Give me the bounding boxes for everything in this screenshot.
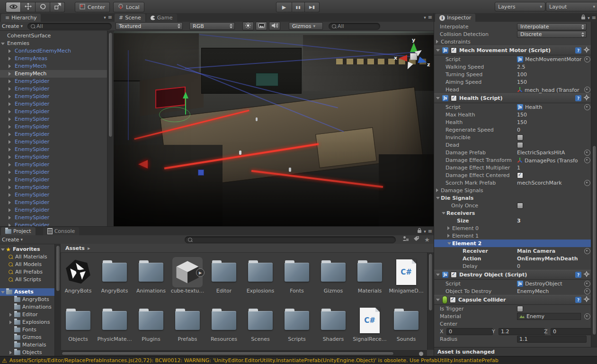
move-tool-button[interactable] <box>21 2 36 12</box>
project-create-button[interactable]: Create ▾ <box>2 237 23 243</box>
hierarchy-item-enemyspider[interactable]: EnemySpider <box>0 123 107 131</box>
inspector-row-delay[interactable]: Delay0 <box>434 262 591 270</box>
tree-item-gizmos[interactable]: Gizmos <box>0 334 54 341</box>
component-header-capsule-collider[interactable]: Capsule Collider? <box>434 295 591 305</box>
pause-button[interactable]: ▮▮ <box>292 2 305 12</box>
scale-tool-button[interactable] <box>50 2 65 12</box>
hierarchy-item-enemyspider[interactable]: EnemySpider <box>0 153 107 161</box>
inspector-row-max-health[interactable]: Max Health150 <box>434 111 591 118</box>
gear-icon[interactable] <box>584 95 589 102</box>
layout-dropdown[interactable]: Layout ▾ <box>546 2 597 11</box>
tab-scene[interactable]: # Scene <box>115 14 145 22</box>
foldout-arrow-icon[interactable] <box>9 110 11 114</box>
tab-game[interactable]: Game <box>146 14 177 22</box>
foldout-arrow-icon[interactable] <box>9 155 11 159</box>
foldout-arrow-icon[interactable] <box>436 49 440 52</box>
hierarchy-panel-menu[interactable]: ▾ ≡ <box>104 14 112 20</box>
property-value-field[interactable]: 1.1 <box>517 336 587 343</box>
asset-tile-minigamed[interactable]: C#MinigameD… <box>390 257 423 294</box>
hierarchy-item-enemyspider[interactable]: EnemySpider <box>0 214 107 222</box>
asset-tile-fonts[interactable]: Fonts <box>280 257 313 294</box>
inspector-row-die-signals[interactable]: Die Signals <box>434 194 591 202</box>
hierarchy-item-enemyareas[interactable]: EnemyAreas <box>0 55 107 62</box>
project-panel-menu[interactable]: ▾ ≡ <box>417 228 432 235</box>
grid-scrollbar-vertical[interactable] <box>427 252 434 350</box>
inspector-scrollbar[interactable] <box>591 22 597 347</box>
hierarchy-item-enemyspider[interactable]: EnemySpider <box>0 176 107 184</box>
draw-mode-dropdown[interactable]: Textured <box>116 22 183 30</box>
hierarchy-search-input[interactable]: All <box>27 23 112 30</box>
component-header-mech-movement-motor-script[interactable]: JsMech Movement Motor (Script)? <box>434 45 591 55</box>
component-header-destroy-object-script[interactable]: JsDestroy Object (Script)? <box>434 270 591 280</box>
hierarchy-item-enemyspider[interactable]: EnemySpider <box>0 191 107 199</box>
foldout-arrow-icon[interactable] <box>9 313 12 317</box>
asset-tile-cube-textu[interactable]: ▶cube-textu… <box>171 257 204 294</box>
foldout-arrow-icon[interactable] <box>447 234 450 238</box>
foldout-arrow-icon[interactable] <box>9 208 11 212</box>
inspector-panel-menu[interactable]: ▾ ≡ <box>581 14 596 21</box>
asset-tile-shaders[interactable]: Shaders <box>317 305 350 342</box>
hierarchy-item-enemyspider[interactable]: EnemySpider <box>0 222 107 226</box>
foldout-arrow-icon[interactable] <box>9 57 11 61</box>
scene-viewport[interactable]: y x z <box>114 31 434 226</box>
asset-tile-objects[interactable]: Objects <box>62 305 95 342</box>
hierarchy-item-enemyspider[interactable]: EnemySpider <box>0 100 107 108</box>
asset-tile-editor[interactable]: Editor <box>207 257 241 294</box>
foldout-arrow-icon[interactable] <box>447 242 451 245</box>
object-picker-icon[interactable] <box>584 157 590 163</box>
inspector-row-script[interactable]: ScriptJsMechMovementMotor <box>434 55 591 63</box>
inspector-row-dead[interactable]: Dead <box>434 141 591 149</box>
pivot-center-button[interactable]: Center <box>75 2 110 12</box>
render-mode-dropdown[interactable]: RGB <box>189 22 235 30</box>
play-button[interactable]: ▶ <box>276 2 292 12</box>
help-icon[interactable]: ? <box>575 272 581 278</box>
foldout-arrow-icon[interactable] <box>9 163 11 167</box>
asset-tile-animations[interactable]: Animations <box>134 257 168 294</box>
help-icon[interactable]: ? <box>575 297 581 303</box>
hierarchy-item-enemyspider[interactable]: EnemySpider <box>0 115 107 123</box>
vector-value-field[interactable]: 0 <box>446 328 493 335</box>
object-picker-icon[interactable] <box>584 288 590 294</box>
object-picker-icon[interactable] <box>584 281 590 287</box>
inspector-row-interpolate[interactable]: InterpolateInterpolate <box>434 23 591 30</box>
hierarchy-item-enemyspider[interactable]: EnemySpider <box>0 199 107 206</box>
scene-panel-menu[interactable]: ▾ ≡ <box>424 14 432 20</box>
hierarchy-item-confusedenemymech[interactable]: ConfusedEnemyMech <box>0 47 107 55</box>
component-enabled-checkbox[interactable] <box>451 47 457 53</box>
foldout-arrow-icon[interactable] <box>9 72 11 76</box>
foldout-arrow-icon[interactable] <box>436 299 440 301</box>
hierarchy-item-enemyspider[interactable]: EnemySpider <box>0 184 107 191</box>
property-checkbox[interactable] <box>517 172 523 178</box>
assets-root-item[interactable]: Assets <box>0 288 54 296</box>
inspector-row-center[interactable]: Center <box>434 320 591 328</box>
foldout-arrow-icon[interactable] <box>9 95 11 98</box>
tree-item-angrybots[interactable]: AngryBots <box>0 296 54 303</box>
inspector-row-element-0[interactable]: Element 0 <box>434 224 591 232</box>
property-checkbox[interactable] <box>517 203 523 209</box>
property-checkbox[interactable] <box>517 142 523 148</box>
inspector-row-damage-prefab[interactable]: Damage PrefabElectricSparksHitA <box>434 149 591 156</box>
asset-tile-prefabs[interactable]: Prefabs <box>171 305 204 342</box>
hierarchy-item-enemyspider[interactable]: EnemySpider <box>0 138 107 146</box>
foldout-arrow-icon[interactable] <box>436 40 438 44</box>
inspector-row-receivers[interactable]: Receivers <box>434 209 591 217</box>
hierarchy-item-enemyspider[interactable]: EnemySpider <box>0 206 107 214</box>
foldout-arrow-icon[interactable] <box>447 226 450 230</box>
help-icon[interactable]: ? <box>575 95 581 101</box>
object-picker-icon[interactable] <box>584 180 590 186</box>
inspector-row-regenerate-speed[interactable]: Regenerate Speed0 <box>434 126 591 133</box>
foldout-arrow-icon[interactable] <box>9 193 11 197</box>
inspector-row-element-1[interactable]: Element 1 <box>434 232 591 240</box>
rotation-local-button[interactable]: Local <box>113 2 144 12</box>
tree-item-animations[interactable]: Animations <box>0 303 54 311</box>
foldout-arrow-icon[interactable] <box>9 170 11 174</box>
scrollbar-thumb[interactable] <box>56 245 60 292</box>
scene-orientation-gizmo[interactable]: y x z <box>396 37 432 74</box>
expand-play-badge[interactable]: ▶ <box>196 268 205 277</box>
favorite-item-all-prefabs[interactable]: All Prefabs <box>0 268 54 276</box>
foldout-arrow-icon[interactable] <box>9 351 12 355</box>
inspector-row-size[interactable]: Size3 <box>434 217 591 224</box>
inspector-row-element-2[interactable]: Element 2 <box>434 240 591 247</box>
favorite-item-all-materials[interactable]: All Materials <box>0 253 54 261</box>
foldout-arrow-icon[interactable] <box>1 291 5 293</box>
